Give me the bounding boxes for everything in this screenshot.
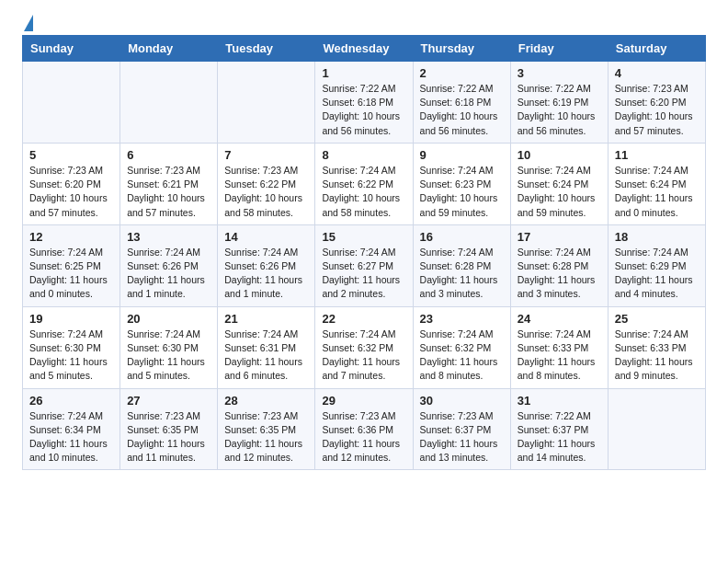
weekday-header-tuesday: Tuesday [218,36,315,62]
day-info: Sunrise: 7:22 AM Sunset: 6:18 PM Dayligh… [322,82,405,138]
day-cell: 5Sunrise: 7:23 AM Sunset: 6:20 PM Daylig… [23,143,120,224]
day-info: Sunrise: 7:24 AM Sunset: 6:25 PM Dayligh… [29,246,113,302]
day-cell [23,62,120,144]
weekday-header-saturday: Saturday [608,36,705,62]
day-number: 12 [29,230,113,244]
day-info: Sunrise: 7:23 AM Sunset: 6:20 PM Dayligh… [615,82,699,138]
week-row-1: 1Sunrise: 7:22 AM Sunset: 6:18 PM Daylig… [23,62,706,144]
day-cell: 29Sunrise: 7:23 AM Sunset: 6:36 PM Dayli… [315,388,413,470]
weekday-header-wednesday: Wednesday [315,36,413,62]
day-info: Sunrise: 7:24 AM Sunset: 6:23 PM Dayligh… [420,164,504,220]
day-number: 20 [127,312,210,326]
day-info: Sunrise: 7:24 AM Sunset: 6:32 PM Dayligh… [420,327,504,384]
day-info: Sunrise: 7:24 AM Sunset: 6:24 PM Dayligh… [518,164,601,220]
day-cell: 23Sunrise: 7:24 AM Sunset: 6:32 PM Dayli… [413,306,510,388]
day-cell: 21Sunrise: 7:24 AM Sunset: 6:31 PM Dayli… [218,306,315,388]
day-number: 27 [127,394,210,408]
day-cell [608,388,705,470]
day-cell: 25Sunrise: 7:24 AM Sunset: 6:33 PM Dayli… [608,306,705,388]
day-cell: 24Sunrise: 7:24 AM Sunset: 6:33 PM Dayli… [510,306,608,388]
day-cell: 9Sunrise: 7:24 AM Sunset: 6:23 PM Daylig… [413,143,510,224]
day-number: 6 [127,148,210,162]
day-number: 24 [518,312,601,326]
day-number: 19 [29,312,113,326]
day-number: 29 [322,394,405,408]
day-cell: 11Sunrise: 7:24 AM Sunset: 6:24 PM Dayli… [608,143,705,224]
day-info: Sunrise: 7:24 AM Sunset: 6:27 PM Dayligh… [322,246,405,302]
day-number: 15 [322,230,405,244]
day-info: Sunrise: 7:24 AM Sunset: 6:34 PM Dayligh… [29,409,113,465]
day-number: 2 [420,66,504,80]
day-info: Sunrise: 7:22 AM Sunset: 6:18 PM Dayligh… [420,82,504,138]
day-number: 1 [322,66,405,80]
day-number: 23 [420,312,504,326]
day-number: 18 [615,230,699,244]
day-number: 10 [518,148,601,162]
day-info: Sunrise: 7:24 AM Sunset: 6:32 PM Dayligh… [322,327,405,384]
day-cell: 12Sunrise: 7:24 AM Sunset: 6:25 PM Dayli… [23,224,120,306]
day-info: Sunrise: 7:23 AM Sunset: 6:36 PM Dayligh… [322,409,405,465]
day-number: 7 [224,148,308,162]
day-number: 8 [322,148,405,162]
day-info: Sunrise: 7:24 AM Sunset: 6:33 PM Dayligh… [615,327,699,384]
week-row-2: 5Sunrise: 7:23 AM Sunset: 6:20 PM Daylig… [23,143,706,224]
day-cell: 15Sunrise: 7:24 AM Sunset: 6:27 PM Dayli… [315,224,413,306]
day-number: 16 [420,230,504,244]
day-info: Sunrise: 7:24 AM Sunset: 6:29 PM Dayligh… [615,246,699,302]
day-cell: 7Sunrise: 7:23 AM Sunset: 6:22 PM Daylig… [218,143,315,224]
logo-triangle-icon [24,15,33,31]
day-number: 26 [29,394,113,408]
day-info: Sunrise: 7:22 AM Sunset: 6:37 PM Dayligh… [518,409,601,465]
week-row-3: 12Sunrise: 7:24 AM Sunset: 6:25 PM Dayli… [23,224,706,306]
day-number: 3 [518,66,601,80]
day-cell: 19Sunrise: 7:24 AM Sunset: 6:30 PM Dayli… [23,306,120,388]
day-number: 13 [127,230,210,244]
day-number: 4 [615,66,699,80]
day-cell: 3Sunrise: 7:22 AM Sunset: 6:19 PM Daylig… [510,62,608,144]
day-info: Sunrise: 7:24 AM Sunset: 6:30 PM Dayligh… [127,327,210,384]
day-cell: 17Sunrise: 7:24 AM Sunset: 6:28 PM Dayli… [510,224,608,306]
day-number: 28 [224,394,308,408]
day-cell: 6Sunrise: 7:23 AM Sunset: 6:21 PM Daylig… [120,143,218,224]
day-cell: 8Sunrise: 7:24 AM Sunset: 6:22 PM Daylig… [315,143,413,224]
day-cell [120,62,218,144]
day-number: 9 [420,148,504,162]
calendar-container: SundayMondayTuesdayWednesdayThursdayFrid… [0,0,728,487]
weekday-header-thursday: Thursday [413,36,510,62]
day-info: Sunrise: 7:23 AM Sunset: 6:37 PM Dayligh… [420,409,504,465]
day-info: Sunrise: 7:24 AM Sunset: 6:22 PM Dayligh… [322,164,405,220]
day-cell [218,62,315,144]
day-cell: 27Sunrise: 7:23 AM Sunset: 6:35 PM Dayli… [120,388,218,470]
day-info: Sunrise: 7:24 AM Sunset: 6:28 PM Dayligh… [420,246,504,302]
day-number: 31 [518,394,601,408]
day-number: 5 [29,148,113,162]
week-row-4: 19Sunrise: 7:24 AM Sunset: 6:30 PM Dayli… [23,306,706,388]
day-info: Sunrise: 7:23 AM Sunset: 6:22 PM Dayligh… [224,164,308,220]
day-cell: 26Sunrise: 7:24 AM Sunset: 6:34 PM Dayli… [23,388,120,470]
day-number: 11 [615,148,699,162]
day-cell: 18Sunrise: 7:24 AM Sunset: 6:29 PM Dayli… [608,224,705,306]
day-info: Sunrise: 7:22 AM Sunset: 6:19 PM Dayligh… [518,82,601,138]
day-cell: 16Sunrise: 7:24 AM Sunset: 6:28 PM Dayli… [413,224,510,306]
day-cell: 30Sunrise: 7:23 AM Sunset: 6:37 PM Dayli… [413,388,510,470]
day-info: Sunrise: 7:23 AM Sunset: 6:35 PM Dayligh… [127,409,210,465]
day-info: Sunrise: 7:23 AM Sunset: 6:21 PM Dayligh… [127,164,210,220]
day-info: Sunrise: 7:24 AM Sunset: 6:31 PM Dayligh… [224,327,308,384]
logo [22,17,33,28]
day-number: 17 [518,230,601,244]
day-cell: 4Sunrise: 7:23 AM Sunset: 6:20 PM Daylig… [608,62,705,144]
day-cell: 14Sunrise: 7:24 AM Sunset: 6:26 PM Dayli… [218,224,315,306]
weekday-header-row: SundayMondayTuesdayWednesdayThursdayFrid… [23,36,706,62]
day-number: 21 [224,312,308,326]
weekday-header-monday: Monday [120,36,218,62]
day-cell: 2Sunrise: 7:22 AM Sunset: 6:18 PM Daylig… [413,62,510,144]
day-cell: 10Sunrise: 7:24 AM Sunset: 6:24 PM Dayli… [510,143,608,224]
week-row-5: 26Sunrise: 7:24 AM Sunset: 6:34 PM Dayli… [23,388,706,470]
day-info: Sunrise: 7:23 AM Sunset: 6:35 PM Dayligh… [224,409,308,465]
day-info: Sunrise: 7:24 AM Sunset: 6:33 PM Dayligh… [518,327,601,384]
day-cell: 31Sunrise: 7:22 AM Sunset: 6:37 PM Dayli… [510,388,608,470]
day-cell: 22Sunrise: 7:24 AM Sunset: 6:32 PM Dayli… [315,306,413,388]
weekday-header-sunday: Sunday [23,36,120,62]
day-cell: 28Sunrise: 7:23 AM Sunset: 6:35 PM Dayli… [218,388,315,470]
day-cell: 13Sunrise: 7:24 AM Sunset: 6:26 PM Dayli… [120,224,218,306]
